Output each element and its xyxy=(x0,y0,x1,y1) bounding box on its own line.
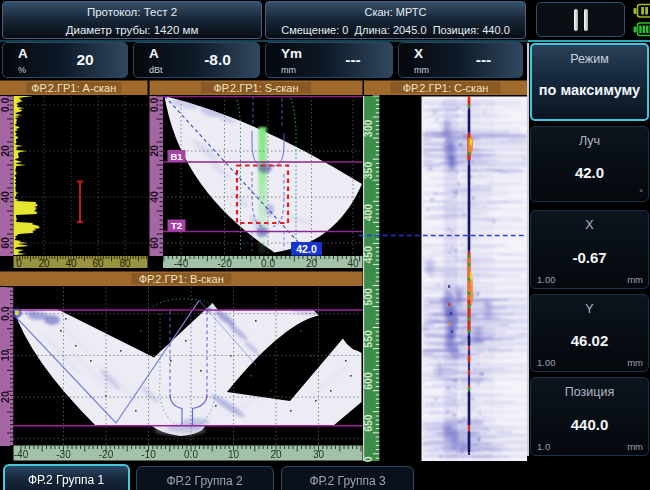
svg-text:80: 80 xyxy=(119,258,131,269)
svg-text:T2: T2 xyxy=(171,220,182,231)
svg-text:650: 650 xyxy=(362,414,374,432)
svg-text:ФР.2.ГР1: C-скан: ФР.2.ГР1: C-скан xyxy=(403,82,489,94)
svg-text:550: 550 xyxy=(362,330,374,348)
svg-text:60: 60 xyxy=(92,258,104,269)
svg-text:40: 40 xyxy=(65,258,77,269)
svg-text:40: 40 xyxy=(148,191,160,203)
svg-text:300: 300 xyxy=(362,119,374,137)
svg-text:450: 450 xyxy=(362,246,374,264)
svg-text:-20: -20 xyxy=(99,449,114,460)
svg-text:B1: B1 xyxy=(170,151,183,162)
svg-text:ФР.2.ГР1: S-скан: ФР.2.ГР1: S-скан xyxy=(213,82,298,94)
svg-text:-20: -20 xyxy=(217,258,232,269)
svg-text:-30: -30 xyxy=(56,449,71,460)
svg-text:400: 400 xyxy=(362,204,374,222)
svg-text:0: 0 xyxy=(16,258,22,269)
svg-text:500: 500 xyxy=(362,288,374,306)
svg-text:-40: -40 xyxy=(14,449,29,460)
svg-text:0.0: 0.0 xyxy=(0,98,11,113)
svg-text:20: 20 xyxy=(270,449,282,460)
svg-text:42.0: 42.0 xyxy=(296,243,317,255)
svg-text:60: 60 xyxy=(0,237,11,249)
svg-text:60: 60 xyxy=(148,237,160,249)
svg-text:0.0: 0.0 xyxy=(148,98,160,113)
svg-text:20: 20 xyxy=(38,258,50,269)
svg-text:40: 40 xyxy=(347,258,359,269)
svg-text:10: 10 xyxy=(0,349,11,361)
svg-text:20: 20 xyxy=(0,145,11,157)
svg-text:20: 20 xyxy=(306,258,318,269)
svg-text:-10: -10 xyxy=(141,449,156,460)
svg-text:600: 600 xyxy=(362,372,374,390)
svg-text:20: 20 xyxy=(148,145,160,157)
svg-text:350: 350 xyxy=(362,162,374,180)
svg-text:0.0: 0.0 xyxy=(0,306,11,321)
svg-text:10: 10 xyxy=(228,449,240,460)
svg-text:700: 700 xyxy=(362,456,374,462)
svg-text:30: 30 xyxy=(313,449,325,460)
svg-text:40: 40 xyxy=(0,191,11,203)
svg-text:-40: -40 xyxy=(174,258,189,269)
svg-text:20: 20 xyxy=(0,391,11,403)
svg-text:ФР.2.ГР1: А-скан: ФР.2.ГР1: А-скан xyxy=(31,82,116,94)
svg-text:0.0: 0.0 xyxy=(261,258,275,269)
svg-text:ФР.2.ГР1: В-скан: ФР.2.ГР1: В-скан xyxy=(139,273,224,285)
svg-text:0.0: 0.0 xyxy=(184,449,198,460)
